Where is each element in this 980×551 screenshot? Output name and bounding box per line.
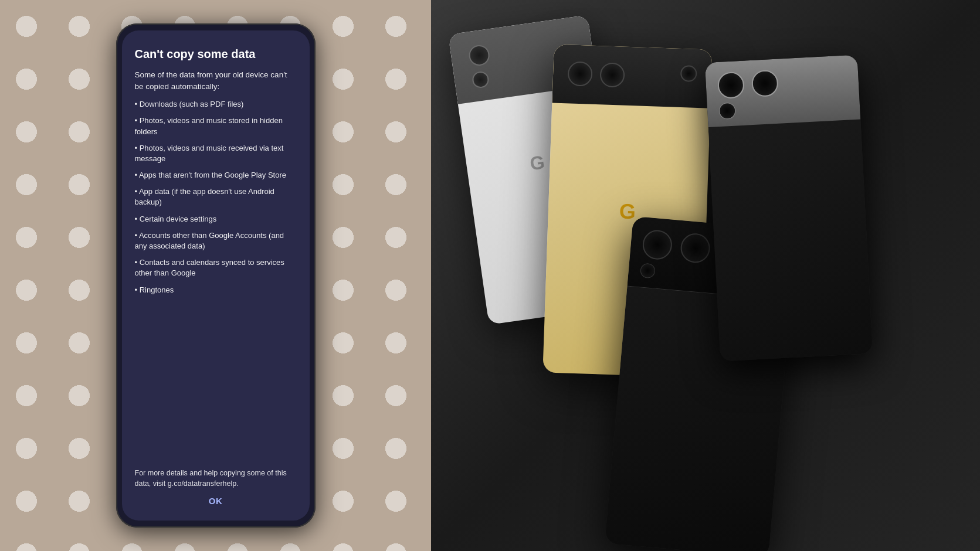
pixel-6a-lens-2: [472, 70, 490, 89]
phone-screen: Can't copy some data Some of the data fr…: [122, 30, 310, 521]
left-panel: Can't copy some data Some of the data fr…: [0, 0, 431, 551]
pixel-pro-lens-1: [642, 229, 673, 261]
list-item: • Apps that aren't from the Google Play …: [135, 170, 297, 181]
ok-button[interactable]: OK: [209, 496, 223, 506]
list-item: • Downloads (such as PDF files): [135, 99, 297, 110]
list-item: • Ringtones: [135, 285, 297, 295]
pixel-6a-lens-1: [467, 44, 491, 67]
list-item: • App data (if the app doesn't use Andro…: [135, 186, 297, 208]
pixel-6-lens-2: [599, 62, 625, 87]
dialog-subtitle: Some of the data from your old device ca…: [135, 69, 297, 92]
list-item: • Contacts and calendars synced to servi…: [135, 257, 297, 278]
dialog-ok-area: OK: [135, 496, 297, 511]
pixel-pro-lens-2: [680, 232, 711, 264]
phone-body: Can't copy some data Some of the data fr…: [116, 23, 316, 528]
list-item: • Certain device settings: [135, 214, 297, 225]
pixel-6-lens-3: [680, 65, 697, 82]
phone-container: Can't copy some data Some of the data fr…: [116, 23, 316, 528]
right-panel: G G: [431, 0, 980, 551]
dialog-items-list: • Downloads (such as PDF files) • Photos…: [135, 99, 297, 464]
list-item: • Photos, videos and music received via …: [135, 143, 297, 164]
dialog-area: Can't copy some data Some of the data fr…: [122, 30, 310, 521]
pixel-black-lens-1: [717, 72, 745, 99]
pixel-6a-logo: G: [528, 151, 546, 175]
pixel-black-camera-bar: [705, 55, 860, 127]
list-item: • Accounts other than Google Accounts (a…: [135, 230, 297, 251]
pixel-black-lens-3: [718, 103, 735, 120]
pixel-6-camera-bar: [552, 44, 712, 108]
pixel-6-logo: G: [619, 199, 636, 225]
dialog-title: Can't copy some data: [135, 47, 297, 61]
list-item: • Photos, videos and music stored in hid…: [135, 115, 297, 137]
pixel-6-lens-1: [567, 61, 592, 86]
pixel-black-lens-2: [751, 70, 779, 97]
pixel-black-phone: [705, 55, 873, 362]
pixel-pro-lens-4: [640, 263, 656, 278]
dialog-footer: For more details and help copying some o…: [135, 468, 297, 489]
